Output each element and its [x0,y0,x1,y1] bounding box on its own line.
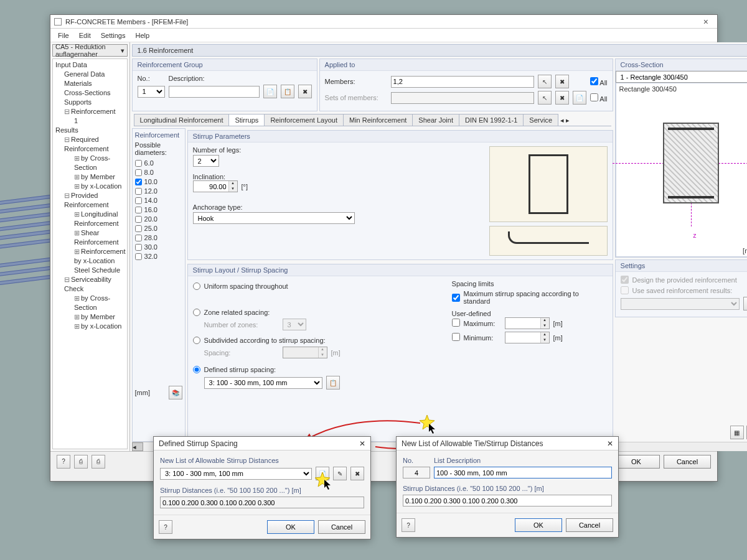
radio-uniform[interactable]: Uniform spacing throughout [193,282,439,290]
tree-provided-reinf[interactable]: ⊟Provided Reinforcement [54,191,126,210]
tab-min-reinf[interactable]: Min Reinforcement [343,114,413,126]
diameter-check-25.0[interactable]: 25.0 [135,224,182,233]
ok-button[interactable]: OK [613,455,660,469]
main-pane: 1.6 Reinforcement Reinforcement Group No… [130,42,747,451]
tree-materials[interactable]: Materials [54,79,126,88]
dlg2-help-icon[interactable]: ? [402,518,415,532]
tree-by-cs[interactable]: ⊞by Cross-Section [54,154,126,172]
tree-reinforcement-1[interactable]: 1 [54,116,126,126]
new-set-icon[interactable]: 📄 [573,91,586,105]
tab-shear-joint[interactable]: Shear Joint [412,114,459,126]
copy-icon[interactable]: 📋 [281,85,294,98]
menu-file[interactable]: File [53,30,74,40]
scroll-left-icon[interactable]: ◂ [132,442,143,451]
radio-subdiv[interactable]: Subdivided according to stirrup spacing: [193,337,439,344]
tree-cross-sections[interactable]: Cross-Sections [54,88,126,98]
new-icon[interactable]: 📄 [263,85,277,98]
dlg1-list-select[interactable]: 3: 100 - 300 mm, 100 mm [160,468,312,480]
dlg2-close-icon[interactable]: ✕ [607,439,613,448]
defined-spacing-select[interactable]: 3: 100 - 300 mm, 100 mm [204,377,322,389]
export2-icon[interactable]: ⎙ [92,455,105,469]
tree-required-reinf[interactable]: ⊟Required Reinforcement [54,135,126,154]
diameter-check-10.0[interactable]: 10.0 [135,177,182,187]
tree-by-xloc[interactable]: ⊞by x-Location [54,182,126,191]
check-max-user[interactable] [452,319,460,328]
detail-a-icon[interactable]: ▦ [730,426,744,439]
tree-general-data[interactable]: General Data [54,70,126,79]
dlg2-ok-button[interactable]: OK [515,518,562,532]
dlg1-edit-icon[interactable]: ✎ [333,467,347,480]
tree-reinforcement[interactable]: ⊟Reinforcement [54,107,126,116]
cross-section-select[interactable]: 1 - Rectangle 300/450 [616,71,747,83]
members-input[interactable] [391,76,534,88]
all-members-check[interactable]: All [590,77,608,86]
diameter-check-14.0[interactable]: 14.0 [135,196,182,205]
tree-srv-by-xloc[interactable]: ⊞by x-Location [54,322,126,331]
tree-by-member[interactable]: ⊞by Member [54,172,126,182]
tree-results[interactable]: Results [54,126,126,135]
radio-zone[interactable]: Zone related spacing: [193,309,439,316]
radio-defined[interactable]: Defined stirrup spacing: [193,366,439,373]
dlg2-cancel-button[interactable]: Cancel [566,518,613,532]
tab-reinf-layout[interactable]: Reinforcement Layout [264,114,344,126]
diameter-check-20.0[interactable]: 20.0 [135,215,182,224]
pick-member-icon[interactable]: ↖ [538,75,552,88]
min-spinner[interactable]: ▲▼ [505,332,550,343]
tree-reinf-xloc[interactable]: ⊞Reinforcement by x-Location [54,247,126,266]
anchorage-select[interactable]: Hook [193,212,355,224]
nav-tree[interactable]: Input Data General Data Materials Cross-… [52,58,128,449]
dlg1-close-icon[interactable]: ✕ [359,439,365,448]
pick-set-icon[interactable]: ↖ [538,91,552,105]
no-select[interactable]: 1 [138,86,165,98]
menu-edit[interactable]: Edit [74,30,96,40]
legs-select[interactable]: 2 [193,155,219,167]
tree-shear-reinf[interactable]: ⊞Shear Reinforcement [54,228,126,247]
diameter-check-16.0[interactable]: 16.0 [135,205,182,215]
export-icon[interactable]: ⎙ [74,455,88,469]
clear-set-icon[interactable]: ✖ [555,91,569,105]
menu-help[interactable]: Help [130,30,154,40]
close-icon[interactable]: × [698,17,713,27]
dlg2-distances-input[interactable] [403,495,612,506]
dlg2-desc-input[interactable] [434,467,612,478]
dlg1-title: Defined Stirrup Spacing [159,439,238,448]
dlg1-delete-icon[interactable]: ✖ [350,467,364,480]
tab-long-reinf[interactable]: Longitudinal Reinforcement [134,114,230,126]
zones-select: 3 [283,319,306,330]
diameter-check-8.0[interactable]: 8.0 [135,168,182,177]
delete-icon[interactable]: ✖ [298,85,312,98]
description-input[interactable] [169,86,260,98]
edit-spacing-icon[interactable]: 📋 [326,376,340,390]
tab-din[interactable]: DIN EN 1992-1-1 [459,114,524,126]
clear-member-icon[interactable]: ✖ [555,75,569,88]
tree-srv-by-cs[interactable]: ⊞by Cross-Section [54,294,126,312]
diameter-check-6.0[interactable]: 6.0 [135,159,182,168]
cancel-button[interactable]: Cancel [664,455,711,469]
menu-settings[interactable]: Settings [96,30,131,40]
loadcase-combo[interactable]: CA5 - Reduktion auflagernaher▾ [52,44,128,57]
dlg1-cancel-button[interactable]: Cancel [318,520,365,534]
diameter-check-32.0[interactable]: 32.0 [135,252,182,261]
open-file-icon[interactable]: 📁 [743,297,747,310]
tree-long-reinf[interactable]: ⊞Longitudinal Reinforcement [54,210,126,228]
dlg1-ok-button[interactable]: OK [267,520,314,534]
tabs-scroll-icon[interactable]: ◂ ▸ [558,115,572,126]
tree-serviceability[interactable]: ⊟Serviceability Check [54,275,126,294]
check-max-std[interactable]: Maximum stirrup spacing according to sta… [452,290,608,305]
tab-service[interactable]: Service [523,114,558,126]
check-min-user[interactable] [452,333,460,342]
tree-steel-schedule[interactable]: Steel Schedule [54,266,126,275]
help-icon[interactable]: ? [57,455,70,469]
dlg1-help-icon[interactable]: ? [159,520,172,534]
tree-srv-by-member[interactable]: ⊞by Member [54,312,126,322]
max-spinner[interactable]: ▲▼ [505,317,550,329]
inclination-spinner[interactable]: ▲▼ [193,180,238,192]
diameter-check-30.0[interactable]: 30.0 [135,243,182,252]
diameter-check-28.0[interactable]: 28.0 [135,233,182,243]
tree-supports[interactable]: Supports [54,98,126,107]
tab-stirrups[interactable]: Stirrups [228,114,265,126]
library-icon[interactable]: 📚 [169,386,182,399]
tree-input-data[interactable]: Input Data [54,60,126,70]
all-sets-check[interactable]: All [590,93,608,103]
diameter-check-12.0[interactable]: 12.0 [135,187,182,196]
